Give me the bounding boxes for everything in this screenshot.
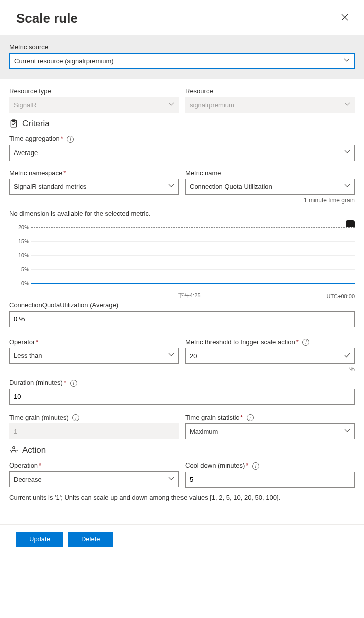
chevron-down-icon xyxy=(344,57,350,65)
time-grain-hint: 1 minute time grain xyxy=(185,197,355,204)
close-icon[interactable] xyxy=(338,10,352,27)
metric-namespace-label: Metric namespace* xyxy=(9,169,179,177)
metric-name-select[interactable]: Connection Quota Utilization xyxy=(185,179,355,195)
action-heading: Action xyxy=(9,445,355,455)
cooldown-input[interactable] xyxy=(185,472,355,488)
units-note: Current units is '1'; Units can scale up… xyxy=(9,494,355,501)
current-value-field[interactable] xyxy=(9,311,355,327)
threshold-unit: % xyxy=(185,366,355,373)
chevron-down-icon xyxy=(344,183,350,190)
resource-type-select: SignalR xyxy=(9,97,179,113)
info-icon[interactable]: i xyxy=(70,380,77,387)
resource-type-label: Resource type xyxy=(9,87,179,95)
operator-value: Less than xyxy=(14,352,42,359)
time-grain-stat-label: Time grain statistic* i xyxy=(185,414,355,422)
delete-button[interactable]: Delete xyxy=(68,532,113,547)
chart-datapoint xyxy=(346,220,355,227)
chevron-down-icon xyxy=(168,352,174,359)
resource-label: Resource xyxy=(185,87,355,95)
time-aggregation-value: Average xyxy=(14,149,38,157)
cooldown-label: Cool down (minutes)* i xyxy=(185,461,355,470)
info-icon[interactable]: i xyxy=(247,414,254,421)
metric-source-value: Current resource (signalrpremium) xyxy=(14,57,114,65)
update-button[interactable]: Update xyxy=(16,532,63,547)
chevron-down-icon xyxy=(344,101,350,109)
chevron-down-icon xyxy=(344,149,350,157)
info-icon[interactable]: i xyxy=(72,414,79,421)
metric-chart: 20% 15% 10% 5% 0% 下午4:25 UTC+08:00 xyxy=(9,224,355,299)
threshold-value: 20 xyxy=(190,352,197,360)
time-aggregation-select[interactable]: Average xyxy=(9,145,355,161)
metric-name-value: Connection Quota Utilization xyxy=(190,183,272,190)
chart-x-center: 下午4:25 xyxy=(178,292,200,299)
metric-namespace-select[interactable]: SignalR standard metrics xyxy=(9,179,179,195)
action-icon xyxy=(9,446,18,455)
time-grain-stat-select[interactable]: Maximum xyxy=(185,423,355,439)
current-value-label: ConnectionQuotaUtilization (Average) xyxy=(9,301,355,309)
panel-title: Scale rule xyxy=(16,11,78,26)
threshold-line xyxy=(31,227,355,228)
resource-select: signalrpremium xyxy=(185,97,355,113)
chevron-down-icon xyxy=(168,476,174,483)
chevron-down-icon xyxy=(168,183,174,190)
clipboard-icon xyxy=(9,119,18,128)
metric-namespace-value: SignalR standard metrics xyxy=(14,183,86,190)
time-grain-stat-value: Maximum xyxy=(190,428,218,435)
metric-source-select[interactable]: Current resource (signalrpremium) xyxy=(9,53,355,69)
resource-type-value: SignalR xyxy=(14,101,37,109)
info-icon[interactable]: i xyxy=(302,339,309,346)
time-aggregation-label: Time aggregation* i xyxy=(9,135,355,143)
threshold-label: Metric threshold to trigger scale action… xyxy=(185,338,355,346)
resource-value: signalrpremium xyxy=(190,101,234,109)
operation-value: Decrease xyxy=(14,476,42,483)
operator-select[interactable]: Less than xyxy=(9,348,179,364)
svg-point-2 xyxy=(13,447,15,449)
threshold-input[interactable]: 20 xyxy=(185,348,355,364)
chevron-down-icon xyxy=(344,428,350,435)
operation-select[interactable]: Decrease xyxy=(9,471,179,487)
metric-source-label: Metric source xyxy=(9,43,355,51)
metric-name-label: Metric name xyxy=(185,169,355,177)
chart-series-line xyxy=(31,283,355,284)
info-icon[interactable]: i xyxy=(67,136,74,143)
chevron-down-icon xyxy=(168,101,174,109)
operation-label: Operation* xyxy=(9,461,179,469)
criteria-heading: Criteria xyxy=(9,119,355,129)
no-dimension-text: No dimension is available for the select… xyxy=(9,210,355,217)
chart-timezone: UTC+08:00 xyxy=(326,293,355,299)
operator-label: Operator* xyxy=(9,338,179,346)
duration-input[interactable] xyxy=(9,389,355,405)
checkmark-icon xyxy=(344,352,350,360)
info-icon[interactable]: i xyxy=(252,462,259,470)
time-grain-value: 1 xyxy=(14,428,17,435)
time-grain-label: Time grain (minutes) i xyxy=(9,414,179,422)
duration-label: Duration (minutes)* i xyxy=(9,379,355,387)
time-grain-input: 1 xyxy=(9,423,179,439)
